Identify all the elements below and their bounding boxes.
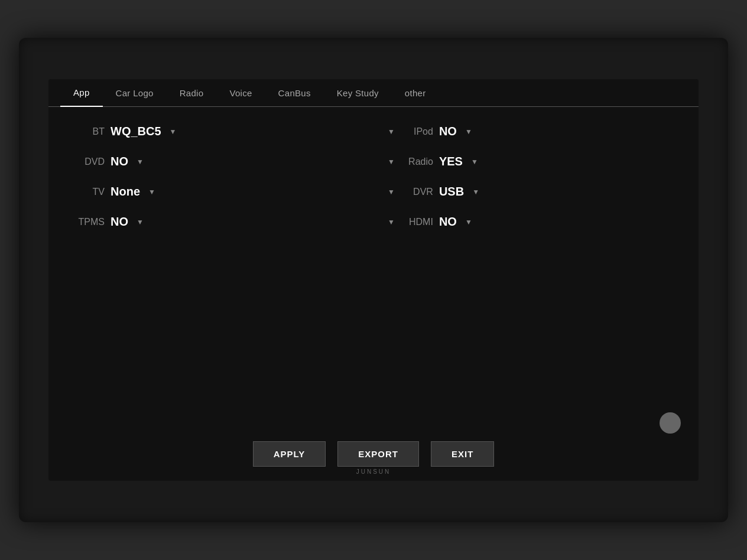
field-row-tpms: TPMSNO▼ xyxy=(72,215,362,229)
tab-key-study[interactable]: Key Study xyxy=(324,80,392,106)
dropdown-arrow-dvd[interactable]: ▼ xyxy=(137,158,144,166)
dropdown-arrow-left-ipod[interactable]: ▼ xyxy=(388,128,395,136)
field-label-radio: Radio xyxy=(401,157,433,167)
field-row-radio: ▼RadioYES▼ xyxy=(385,155,675,168)
field-label-dvr: DVR xyxy=(401,187,433,197)
field-row-hdmi: ▼HDMINO▼ xyxy=(385,215,675,229)
field-value-radio: YES xyxy=(439,155,463,168)
field-value-ipod: NO xyxy=(439,125,457,138)
field-value-dvd: NO xyxy=(111,155,128,168)
dropdown-arrow-right-hdmi[interactable]: ▼ xyxy=(465,218,472,226)
dropdown-arrow-bt[interactable]: ▼ xyxy=(170,128,177,136)
field-label-tpms: TPMS xyxy=(72,217,105,227)
field-value-tpms: NO xyxy=(111,215,128,229)
field-row-bt: BTWQ_BC5▼ xyxy=(72,125,362,138)
dropdown-arrow-left-hdmi[interactable]: ▼ xyxy=(388,218,395,226)
field-row-tv: TVNone▼ xyxy=(72,185,362,198)
outer-bezel: AppCar LogoRadioVoiceCanBusKey Studyothe… xyxy=(19,38,728,522)
field-row-dvr: ▼DVRUSB▼ xyxy=(385,185,675,198)
brand-logo: JUNSUN xyxy=(356,468,391,475)
dropdown-arrow-tpms[interactable]: ▼ xyxy=(137,218,144,226)
tab-app[interactable]: App xyxy=(60,79,103,107)
field-value-bt: WQ_BC5 xyxy=(111,125,161,138)
field-value-tv: None xyxy=(111,185,140,198)
right-column: ▼IPodNO▼▼RadioYES▼▼DVRUSB▼▼HDMINO▼ xyxy=(385,125,675,413)
apply-button[interactable]: APPLY xyxy=(253,441,326,467)
field-label-ipod: IPod xyxy=(401,126,433,137)
dropdown-arrow-right-radio[interactable]: ▼ xyxy=(471,158,478,166)
field-label-tv: TV xyxy=(72,187,105,197)
dropdown-arrow-left-radio[interactable]: ▼ xyxy=(388,158,395,166)
field-row-dvd: DVDNO▼ xyxy=(72,155,362,168)
dropdown-arrow-right-dvr[interactable]: ▼ xyxy=(472,188,479,196)
field-label-hdmi: HDMI xyxy=(401,217,433,227)
field-label-dvd: DVD xyxy=(72,157,105,167)
left-column: BTWQ_BC5▼DVDNO▼TVNone▼TPMSNO▼ xyxy=(72,125,362,413)
tab-bar: AppCar LogoRadioVoiceCanBusKey Studyothe… xyxy=(48,79,699,107)
exit-button[interactable]: EXIT xyxy=(431,441,494,467)
dropdown-arrow-left-dvr[interactable]: ▼ xyxy=(388,188,395,196)
tab-other[interactable]: other xyxy=(392,80,439,106)
tab-radio[interactable]: Radio xyxy=(167,80,217,106)
field-value-hdmi: NO xyxy=(439,215,457,229)
dropdown-arrow-right-ipod[interactable]: ▼ xyxy=(465,128,472,136)
dropdown-arrow-tv[interactable]: ▼ xyxy=(148,188,155,196)
tab-car-logo[interactable]: Car Logo xyxy=(103,80,167,106)
tab-voice[interactable]: Voice xyxy=(216,80,265,106)
export-button[interactable]: EXPORT xyxy=(337,441,419,467)
field-value-dvr: USB xyxy=(439,185,464,198)
tab-canbus[interactable]: CanBus xyxy=(265,80,324,106)
field-row-ipod: ▼IPodNO▼ xyxy=(385,125,675,138)
field-label-bt: BT xyxy=(72,126,105,137)
content-area: BTWQ_BC5▼DVDNO▼TVNone▼TPMSNO▼ ▼IPodNO▼▼R… xyxy=(48,107,699,431)
circle-indicator xyxy=(660,412,681,434)
screen: AppCar LogoRadioVoiceCanBusKey Studyothe… xyxy=(48,79,699,481)
